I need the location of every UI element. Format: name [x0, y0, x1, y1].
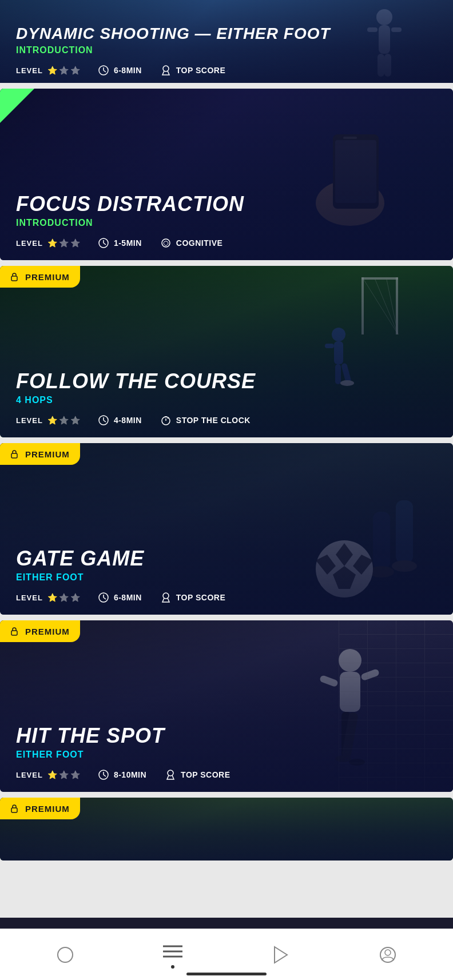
duration: 6-8MIN [114, 66, 142, 75]
nav-menu[interactable] [153, 937, 192, 973]
svg-point-9 [163, 66, 169, 71]
card-title: HIT THE SPOT [16, 724, 437, 747]
duration: 8-10MIN [114, 770, 146, 779]
lock-icon [8, 448, 21, 460]
svg-point-60 [168, 770, 173, 776]
premium-badge: PREMIUM [0, 620, 80, 642]
svg-rect-43 [11, 453, 17, 458]
premium-badge-partial: PREMIUM [0, 798, 80, 819]
svg-rect-61 [11, 808, 17, 812]
clock-icon [98, 237, 109, 249]
score-type: TOP SCORE [181, 770, 230, 779]
svg-point-62 [58, 947, 73, 962]
nav-active-dot [171, 965, 174, 969]
card-dynamic-shooting[interactable]: DYNAMIC SHOOTING — EITHER FOOT INTRODUCT… [0, 0, 453, 83]
nav-profile[interactable] [368, 940, 407, 970]
star-1: ⭐ [47, 770, 57, 779]
star-2: ⭐ [59, 238, 68, 248]
score-type: STOP THE CLOCK [176, 416, 251, 425]
svg-rect-30 [11, 276, 17, 281]
star-3: ⭐ [70, 238, 80, 248]
cards-container: DYNAMIC SHOOTING — EITHER FOOT INTRODUCT… [0, 0, 453, 918]
score-type: COGNITIVE [176, 238, 223, 248]
card-title: DYNAMIC SHOOTING — EITHER FOOT [16, 25, 437, 43]
star-3: ⭐ [70, 416, 80, 425]
star-3: ⭐ [70, 66, 80, 75]
star-1: ⭐ [47, 66, 57, 75]
nav-home[interactable] [46, 940, 85, 970]
premium-label: PREMIUM [25, 627, 70, 636]
card-subtitle: INTRODUCTION [16, 218, 437, 228]
svg-rect-36 [165, 416, 167, 417]
card-title: FOCUS DISTRACTION [16, 193, 437, 216]
duration: 6-8MIN [114, 593, 142, 602]
score-type: TOP SCORE [176, 593, 225, 602]
star-3: ⭐ [70, 770, 80, 779]
profile-icon [378, 945, 398, 965]
svg-line-46 [104, 597, 106, 599]
svg-point-47 [163, 593, 169, 599]
star-2: ⭐ [59, 416, 68, 425]
premium-badge: PREMIUM [0, 443, 80, 465]
card-title: GATE GAME [16, 547, 437, 570]
svg-rect-56 [11, 631, 17, 635]
score-type: TOP SCORE [176, 66, 225, 75]
home-indicator [186, 973, 267, 975]
menu-icon [162, 941, 183, 962]
card-title: FOLLOW THE COURSE [16, 370, 437, 393]
level-label: LEVEL [16, 66, 43, 75]
premium-label: PREMIUM [25, 449, 70, 459]
premium-label: PREMIUM [25, 804, 70, 814]
nav-play[interactable] [261, 940, 300, 970]
svg-marker-66 [275, 947, 287, 963]
card-subtitle: INTRODUCTION [16, 45, 437, 55]
lock-icon [8, 270, 21, 283]
star-1: ⭐ [47, 416, 57, 425]
clock-icon [98, 592, 109, 603]
card-subtitle: EITHER FOOT [16, 572, 437, 583]
star-2: ⭐ [59, 593, 68, 602]
level-label: LEVEL [16, 416, 43, 425]
clock-icon [98, 769, 109, 780]
lock-icon [8, 625, 21, 638]
brain-icon [160, 237, 172, 249]
card-subtitle: EITHER FOOT [16, 750, 437, 760]
medal-icon [165, 769, 176, 780]
star-2: ⭐ [59, 66, 68, 75]
medal-icon [160, 592, 172, 603]
star-2: ⭐ [59, 770, 68, 779]
duration: 4-8MIN [114, 416, 142, 425]
clock-icon [98, 65, 109, 76]
svg-point-68 [385, 950, 391, 955]
star-1: ⭐ [47, 593, 57, 602]
level-label: LEVEL [16, 593, 43, 602]
play-icon [270, 945, 291, 965]
card-gate-game[interactable]: PREMIUM GATE GAME EITHER FOOT LEVEL ⭐ ⭐ … [0, 443, 453, 615]
stopwatch-icon [160, 415, 172, 426]
card-premium-partial[interactable]: PREMIUM [0, 798, 453, 861]
star-3: ⭐ [70, 593, 80, 602]
level-label: LEVEL [16, 771, 43, 779]
lock-icon [8, 802, 21, 815]
intro-corner-badge [0, 89, 34, 123]
home-icon [55, 945, 76, 965]
clock-icon [98, 415, 109, 426]
card-follow-the-course[interactable]: PREMIUM FOLLOW THE COURSE 4 HOPS LEVEL ⭐… [0, 266, 453, 437]
svg-line-16 [104, 243, 106, 245]
medal-icon [160, 65, 172, 76]
premium-badge: PREMIUM [0, 266, 80, 288]
card-focus-distraction[interactable]: FOCUS DISTRACTION INTRODUCTION LEVEL ⭐ ⭐… [0, 89, 453, 260]
svg-line-33 [104, 420, 106, 422]
duration: 1-5MIN [114, 238, 142, 248]
svg-line-59 [104, 775, 106, 776]
premium-label: PREMIUM [25, 272, 70, 282]
svg-line-8 [104, 70, 106, 72]
card-hit-the-spot[interactable]: PREMIUM HIT THE SPOT EITHER FOOT LEVEL ⭐… [0, 620, 453, 792]
star-1: ⭐ [47, 238, 57, 248]
card-subtitle: 4 HOPS [16, 395, 437, 405]
level-label: LEVEL [16, 239, 43, 248]
